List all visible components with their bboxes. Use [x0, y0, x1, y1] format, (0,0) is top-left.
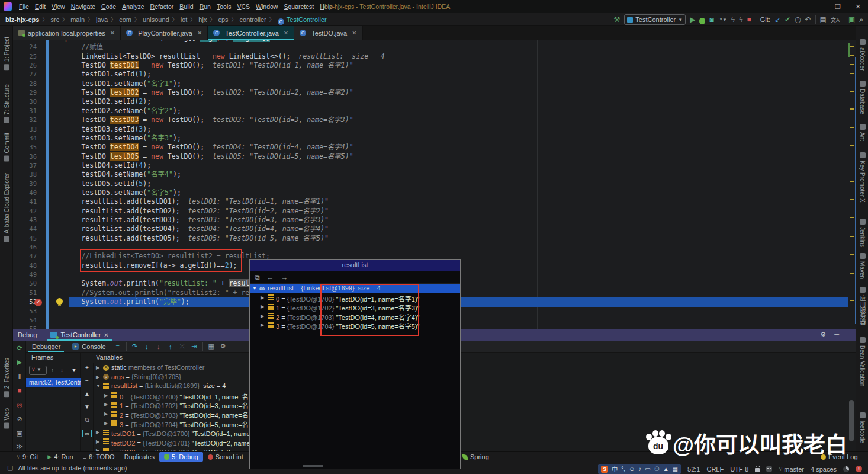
- menu-analyze[interactable]: Analyze: [119, 3, 147, 10]
- file-encoding[interactable]: UTF-8: [730, 466, 748, 473]
- close-icon[interactable]: ✕: [352, 30, 356, 36]
- rerun-icon[interactable]: ⟳: [13, 344, 26, 352]
- run-anything-button[interactable]: ▣: [848, 13, 855, 26]
- debug-button[interactable]: [699, 15, 705, 24]
- breadcrumb-item[interactable]: src: [50, 16, 59, 23]
- toolbar-button-9-git[interactable]: ⑂9: Git: [12, 452, 43, 462]
- up-arrow-icon[interactable]: ↑: [51, 367, 54, 373]
- debug-session-tab[interactable]: TestController✕: [47, 329, 112, 341]
- coverage-button[interactable]: ◙: [709, 13, 713, 26]
- attach-icon[interactable]: ϟ: [731, 13, 735, 26]
- close-icon[interactable]: ✕: [110, 30, 115, 36]
- variables-scrollbar[interactable]: [849, 400, 854, 441]
- force-step-into-icon[interactable]: ↓: [153, 343, 165, 350]
- toolbar-button-4-run[interactable]: ▶4: Run: [43, 452, 78, 462]
- menu-edit[interactable]: Edit: [32, 3, 49, 10]
- duplicate-icon[interactable]: ⧉: [81, 417, 94, 424]
- more-icon[interactable]: ≫: [13, 443, 26, 450]
- close-icon[interactable]: ✕: [197, 30, 202, 36]
- menu-tools[interactable]: Tools: [214, 3, 234, 10]
- hide-icon[interactable]: ─: [834, 331, 839, 338]
- maximize-button[interactable]: ❐: [828, 3, 848, 11]
- stack-frame-row[interactable]: main:52, TestContro: [26, 378, 81, 387]
- frames-pane[interactable]: ∨ ▼ ↑ ↓ ▼ main:52, TestContro: [26, 363, 81, 451]
- indent-config[interactable]: 4 spaces: [811, 466, 837, 473]
- screenshot-icon[interactable]: ▣: [13, 430, 26, 437]
- build-icon[interactable]: ⚒: [614, 13, 621, 26]
- layout-icon[interactable]: ≡: [112, 343, 124, 350]
- intention-bulb-icon[interactable]: [56, 298, 63, 306]
- code-line-31[interactable]: 31 testDO2.setName("名字2");: [13, 107, 848, 116]
- tool-button-7-structure[interactable]: 7: Structure: [2, 84, 12, 123]
- step-out-icon[interactable]: ↑: [165, 343, 176, 350]
- git-commit-button[interactable]: ✔: [785, 13, 790, 26]
- breadcrumb-item[interactable]: hjx: [198, 16, 207, 23]
- code-line-27[interactable]: 27 testDO1.setId(1);: [13, 70, 848, 79]
- menu-squaretest[interactable]: Squaretest: [281, 3, 317, 10]
- scope-icon[interactable]: [766, 466, 772, 472]
- code-line-44[interactable]: 44 resultList.add(testDO4); testDO4: "Te…: [13, 225, 848, 234]
- code-line-26[interactable]: 26 TestDO testDO1 = new TestDO(); testDO…: [13, 61, 848, 71]
- down-arrow-icon[interactable]: ↓: [60, 367, 63, 373]
- scroll-up-icon[interactable]: ▲: [81, 390, 94, 397]
- step-into-icon[interactable]: ↓: [141, 343, 153, 350]
- back-icon[interactable]: ←: [267, 273, 274, 281]
- menu-vcs[interactable]: VCS: [234, 3, 253, 10]
- rollback-button[interactable]: ↶: [805, 13, 811, 26]
- mute-breakpoints-icon[interactable]: ⊘: [13, 415, 26, 423]
- menu-build[interactable]: Build: [176, 3, 196, 10]
- variable-row[interactable]: ▶2 = {TestDO@1703} "TestDO(id=4, name=名字…: [94, 409, 856, 419]
- run-config-dropdown[interactable]: TestController▼: [624, 14, 686, 25]
- menu-refactor[interactable]: Refactor: [147, 3, 177, 10]
- code-line-36[interactable]: 36 TestDO testDO5 = new TestDO(); testDO…: [13, 152, 848, 162]
- code-line-30[interactable]: 30 testDO2.setId(2);: [13, 97, 848, 107]
- changes-button[interactable]: ▤: [820, 13, 827, 26]
- tool-button-ant[interactable]: Ant: [857, 124, 867, 141]
- memory-icon[interactable]: [843, 466, 849, 472]
- editor-tab-application-local.properties[interactable]: application-local.properties✕: [13, 26, 121, 40]
- code-line-41[interactable]: 41 resultList.add(testDO1); testDO1: "Te…: [13, 197, 848, 207]
- tool-button-leetcode[interactable]: leetcode: [857, 412, 867, 443]
- run-button[interactable]: ▶: [690, 13, 695, 26]
- copy-icon[interactable]: ⧉: [255, 273, 260, 281]
- close-icon[interactable]: ✕: [284, 30, 288, 36]
- tool-button-aixcoder[interactable]: aiXcoder: [857, 39, 867, 71]
- view-breakpoints-icon[interactable]: ◎: [13, 401, 26, 409]
- view-as-table-icon[interactable]: ▦: [205, 342, 217, 350]
- add-watch-icon[interactable]: +: [81, 364, 94, 371]
- code-line-32[interactable]: 32 TestDO testDO3 = new TestDO(); testDO…: [13, 116, 848, 125]
- close-button[interactable]: ✕: [848, 3, 868, 11]
- tool-button-key-promoter-x[interactable]: Key Promoter X: [857, 152, 867, 203]
- tool-button-maven[interactable]: Maven: [857, 253, 867, 279]
- variable-row[interactable]: ▶1 = {TestDO@1702} "TestDO(id=3, name=名字…: [94, 400, 856, 409]
- code-line-24[interactable]: 24 //赋值: [13, 43, 848, 52]
- breadcrumb-item[interactable]: unisound: [143, 16, 169, 23]
- debug-tab-debugger[interactable]: Debugger: [26, 341, 66, 352]
- history-button[interactable]: ◷: [795, 13, 801, 26]
- breadcrumb-item[interactable]: main: [70, 16, 85, 23]
- lock-icon[interactable]: [755, 466, 760, 472]
- stop-button[interactable]: ■: [747, 13, 751, 26]
- breadcrumb-item[interactable]: java: [96, 16, 108, 23]
- menu-view[interactable]: View: [49, 3, 68, 10]
- debug-tab-console[interactable]: ▸Console: [66, 341, 111, 352]
- toolbar-button-spring[interactable]: Spring: [458, 452, 494, 462]
- editor-tab-TestDO.java[interactable]: CTestDO.java✕: [294, 26, 362, 40]
- variable-row[interactable]: ▼resultList = {LinkedList@1699} size = 4: [94, 382, 856, 391]
- scroll-down-icon[interactable]: ▼: [81, 403, 94, 410]
- resume-icon[interactable]: ▶: [13, 358, 26, 366]
- filter-icon[interactable]: ▼: [71, 367, 77, 373]
- code-line-35[interactable]: 35 TestDO testDO4 = new TestDO(); testDO…: [13, 143, 848, 152]
- breadcrumb-item[interactable]: controller: [240, 16, 266, 23]
- breakpoint-icon[interactable]: ✓: [34, 299, 42, 306]
- code-line-38[interactable]: 38 testDO4.setName("名字4");: [13, 170, 848, 180]
- menu-file[interactable]: File: [16, 3, 32, 10]
- forward-icon[interactable]: →: [281, 273, 288, 281]
- tool-button-alibaba-cloud-explorer[interactable]: Alibaba Cloud Explorer: [2, 173, 12, 242]
- code-line-39[interactable]: 39 testDO5.setId(5);: [13, 180, 848, 189]
- translate-button[interactable]: 文A: [831, 13, 840, 27]
- menu-run[interactable]: Run: [197, 3, 214, 10]
- attach2-icon[interactable]: ϟ: [739, 13, 742, 26]
- popup-scrollbar[interactable]: [303, 465, 323, 467]
- editor-error-stripe[interactable]: [848, 40, 856, 329]
